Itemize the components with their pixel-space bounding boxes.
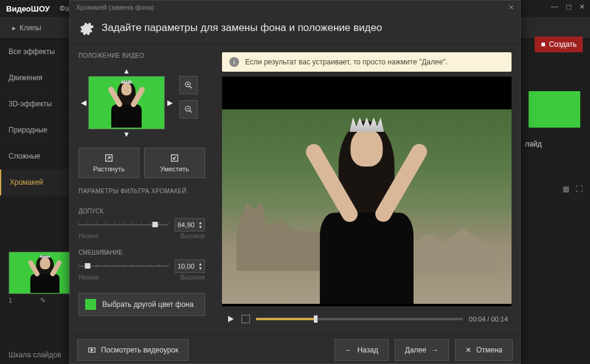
stretch-icon bbox=[104, 153, 114, 163]
time-display: 00:04 / 00:14 bbox=[469, 315, 508, 323]
play-icon: ▸ bbox=[12, 24, 16, 32]
blend-slider[interactable] bbox=[78, 261, 168, 271]
arrow-up-icon[interactable]: ▲ bbox=[88, 66, 165, 76]
video-icon bbox=[88, 346, 96, 354]
chromakey-dialog: Хромакей (замена фона) ✕ Задайте парамет… bbox=[69, 0, 521, 364]
sidebar-item-chromakey[interactable]: Хромакей bbox=[0, 170, 68, 196]
slide-label: лайд bbox=[525, 140, 583, 148]
sidebar-item-all[interactable]: Все эффекты bbox=[0, 39, 68, 65]
blend-input[interactable]: 10,00 ▲▼ bbox=[175, 259, 205, 273]
loop-button[interactable] bbox=[241, 315, 250, 323]
clip-index: 1 bbox=[9, 297, 12, 304]
svg-line-1 bbox=[190, 86, 192, 89]
sidebar-item-nature[interactable]: Природные bbox=[0, 117, 68, 143]
arrow-down-icon[interactable]: ▼ bbox=[88, 129, 165, 139]
stretch-button[interactable]: Растянуть bbox=[78, 148, 139, 178]
dialog-titlebar: Хромакей (замена фона) ✕ bbox=[70, 1, 520, 14]
arrow-right-icon: → bbox=[431, 346, 439, 354]
arrow-right-icon[interactable]: ▶ bbox=[165, 76, 175, 129]
arrow-left-icon: ← bbox=[345, 346, 352, 354]
params-title: ПАРАМЕТРЫ ФИЛЬТРА ХРОМАКЕЙ bbox=[78, 188, 205, 194]
settings-panel: ПОЛОЖЕНИЕ ВИДЕО ▲ ◀ ▶ ▼ bbox=[70, 45, 213, 335]
back-button[interactable]: ← Назад bbox=[335, 339, 388, 361]
camera-icon: ■ bbox=[541, 40, 545, 49]
create-button[interactable]: ■ Создать bbox=[535, 36, 583, 52]
close-icon: ✕ bbox=[465, 346, 471, 354]
progress-bar[interactable] bbox=[256, 318, 463, 320]
spinner-icon: ▲▼ bbox=[198, 262, 203, 270]
zoom-in-icon bbox=[184, 81, 193, 89]
arrow-left-icon[interactable]: ◀ bbox=[78, 76, 88, 129]
app-logo: ВидеоШОУ bbox=[6, 4, 50, 13]
tutorial-button[interactable]: Посмотреть видеоурок bbox=[77, 339, 189, 361]
minimize-icon[interactable]: — bbox=[551, 2, 558, 11]
hint-bar: i Если результат вас устраивает, то прос… bbox=[222, 52, 512, 72]
zoom-out-icon bbox=[184, 105, 193, 114]
next-button[interactable]: Далее → bbox=[395, 339, 449, 361]
player-controls: 00:04 / 00:14 bbox=[222, 310, 512, 328]
clips-button[interactable]: ▸ Клипы bbox=[12, 24, 41, 32]
fit-button[interactable]: Уместить bbox=[144, 148, 205, 178]
maximize-icon[interactable]: ◻ bbox=[566, 2, 572, 11]
tolerance-input[interactable]: 84,90 ▲▼ bbox=[175, 218, 205, 232]
fit-icon bbox=[170, 153, 179, 163]
zoom-in-button[interactable] bbox=[179, 76, 198, 94]
video-preview bbox=[222, 77, 512, 306]
source-thumb bbox=[529, 91, 580, 128]
grid-icon[interactable]: ▦ bbox=[563, 185, 569, 193]
play-button[interactable] bbox=[226, 314, 235, 324]
sidebar-item-complex[interactable]: Сложные bbox=[0, 143, 68, 170]
dialog-header: Задайте параметры для замены фона и поло… bbox=[70, 14, 520, 45]
spinner-icon: ▲▼ bbox=[198, 221, 203, 229]
pick-color-button[interactable]: Выбрать другой цвет фона bbox=[78, 293, 205, 316]
tolerance-slider[interactable] bbox=[78, 220, 168, 230]
right-panel: лайд ▦ ⛶ bbox=[525, 91, 583, 193]
window-controls: — ◻ ✕ bbox=[551, 2, 585, 11]
cancel-button[interactable]: ✕ Отмена bbox=[455, 339, 513, 361]
gear-icon bbox=[78, 20, 94, 36]
tolerance-row: ДОПУСК 84,90 ▲▼ НизкоеВысокое bbox=[78, 208, 205, 239]
timeline-label: Шкала слайдов bbox=[9, 351, 61, 359]
blend-row: СМЕШИВАНИЕ 10,00 ▲▼ НизкоеВысокое bbox=[78, 249, 205, 281]
svg-line-5 bbox=[190, 111, 192, 113]
dialog-footer: Посмотреть видеоурок ← Назад Далее → ✕ О… bbox=[70, 335, 520, 363]
fullscreen-icon[interactable]: ⛶ bbox=[575, 185, 583, 193]
zoom-out-button[interactable] bbox=[179, 100, 198, 118]
position-control: ▲ ◀ ▶ ▼ bbox=[78, 66, 175, 139]
sidebar-item-3d[interactable]: 3D-эффекты bbox=[0, 91, 68, 117]
close-icon[interactable]: ✕ bbox=[579, 2, 585, 11]
sidebar-item-motion[interactable]: Движения bbox=[0, 65, 68, 91]
info-icon: i bbox=[229, 57, 239, 67]
dialog-heading: Задайте параметры для замены фона и поло… bbox=[102, 22, 382, 34]
preview-panel: i Если результат вас устраивает, то прос… bbox=[213, 45, 520, 335]
dialog-close-icon[interactable]: ✕ bbox=[508, 4, 514, 12]
edit-icon[interactable]: ✎ bbox=[40, 297, 46, 304]
position-title: ПОЛОЖЕНИЕ ВИДЕО bbox=[78, 52, 205, 59]
position-thumbnail[interactable] bbox=[88, 76, 165, 129]
color-swatch bbox=[85, 299, 96, 310]
